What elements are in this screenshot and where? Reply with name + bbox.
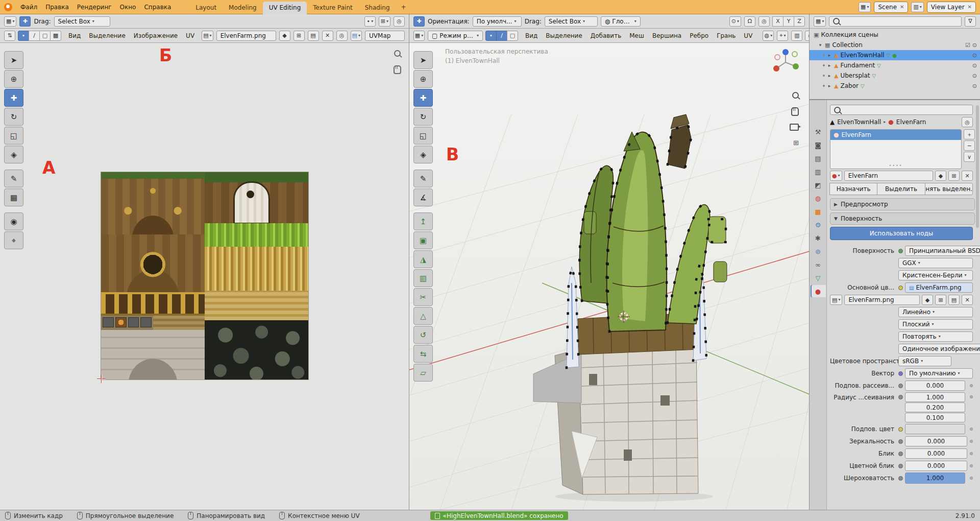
new-material-button[interactable]: ⊞ (948, 171, 960, 181)
hide-eye-icon[interactable]: ⊙ (972, 83, 977, 89)
topbar-menu-help[interactable]: Справка (140, 2, 175, 12)
viewport-menu-edge[interactable]: Ребро (685, 31, 713, 41)
breadcrumb-object[interactable]: ElvenTownHall (837, 119, 881, 126)
viewport-tool-extrude[interactable]: ↥ (413, 212, 433, 230)
material-slot-list[interactable]: ● ElvenFarn •••• (830, 129, 962, 169)
uv-2d-cursor[interactable] (97, 374, 106, 383)
fake-user-button[interactable]: ◆ (279, 31, 290, 41)
subsurface-color-swatch[interactable] (905, 424, 965, 434)
xray-toggle[interactable]: ▥ (791, 31, 802, 41)
uv-tool-transform[interactable]: ◈ (4, 146, 23, 163)
image-name-field[interactable]: ElvenFarm.png (844, 295, 920, 305)
viewport-tool-annotate[interactable]: ✎ (413, 170, 433, 187)
topbar-menu-window[interactable]: Окно (116, 2, 140, 12)
outliner-row-object[interactable]: ▸ ▲ Ubersplat ▽ ⊙ (810, 70, 980, 81)
uv-select-edge-button[interactable]: ∕ (29, 31, 40, 41)
properties-scrollbar[interactable] (976, 105, 979, 228)
viewport-tool-shear[interactable]: ▱ (413, 364, 433, 382)
workspace-tab-modeling[interactable]: Modeling (223, 2, 263, 14)
pin-icon[interactable]: ◎ (962, 117, 973, 127)
uv-tool-tweak[interactable]: ➤ (4, 51, 23, 69)
uv-select-vertex-button[interactable]: ∙ (18, 31, 29, 41)
uv-tool-scale[interactable]: ◱ (4, 127, 23, 145)
unlink-image-button[interactable]: ✕ (962, 295, 973, 305)
hide-eye-icon[interactable]: ⊙ (972, 52, 977, 59)
outliner-row-object[interactable]: ▸ ▲ Fundament ▽ ⊙ (810, 60, 980, 70)
fake-user-button[interactable]: ◆ (935, 171, 946, 181)
viewport-tool-measure[interactable]: ∡ (413, 188, 433, 206)
pan-hand-icon[interactable] (394, 65, 401, 76)
hide-eye-icon[interactable]: ⊙ (972, 42, 977, 49)
workspace-tab-layout[interactable]: Layout (189, 2, 223, 14)
topbar-menu-file[interactable]: Файл (16, 2, 41, 12)
properties-tab-object[interactable]: ■ (811, 205, 826, 218)
orientation-dropdown[interactable]: По умолч...▾ (473, 16, 522, 27)
disclosure-triangle-icon[interactable]: ▸ (827, 53, 832, 58)
viewport-tool-bevel[interactable]: ◮ (413, 250, 433, 268)
viewport-tool-cursor[interactable]: ⊕ (413, 70, 433, 88)
uvmap-field[interactable]: UVMap (365, 31, 405, 41)
open-image-button[interactable]: ▤ (948, 295, 960, 305)
add-slot-button[interactable]: ＋ (964, 129, 975, 139)
properties-tab-tool[interactable]: ⚒ (811, 126, 826, 138)
uv-snap-dropdown[interactable]: ⊞ ▾ (379, 16, 390, 27)
material-name-field[interactable]: ElvenFarn (844, 171, 933, 181)
uv-tool-move[interactable]: ✚ (4, 89, 23, 107)
workspace-tab-texture-paint[interactable]: Texture Paint (307, 2, 358, 14)
zoom-icon[interactable] (792, 92, 799, 100)
viewport-tool-inset-faces[interactable]: ▣ (413, 231, 433, 249)
wireframe-shading-button[interactable]: ○ (805, 31, 809, 41)
subsurface-value-field[interactable]: 0.000 (905, 381, 965, 391)
snap-target-dropdown[interactable]: ◍ Глоба...▾ (601, 16, 641, 27)
zoom-icon[interactable] (394, 50, 401, 58)
uv-tool-relax[interactable]: ⌖ (4, 231, 23, 249)
uv-menu-view[interactable]: Вид (64, 31, 85, 41)
resize-grip[interactable]: •••• (830, 163, 961, 168)
uv-sync-selection-toggle[interactable]: ⇅ (4, 31, 15, 41)
outliner-row-collection[interactable]: ▾ ▦ Collection ☑ ⊙ (810, 40, 980, 50)
viewport-tool-transform[interactable]: ◈ (413, 146, 433, 163)
outliner-row-object[interactable]: ▸ ▲ Zabor ▽ ⊙ (810, 81, 980, 91)
radius-z-field[interactable]: 0.100 (905, 413, 965, 422)
surface-shader-dropdown[interactable]: Принципиальный BSDF▾ (905, 246, 980, 256)
image-browse-button[interactable]: ▤ ▾ (202, 31, 213, 41)
breadcrumb-material[interactable]: ElvenFarn (896, 119, 926, 126)
base-color-field[interactable]: ▤ ElvenFarm.png (905, 282, 973, 293)
uv-menu-image[interactable]: Изображение (130, 31, 182, 41)
uv-tool-annotate[interactable]: ✎ (4, 170, 23, 187)
viewport-tool-rotate[interactable]: ↻ (413, 108, 433, 126)
editor-type-button[interactable]: ▦ ▾ (814, 16, 826, 27)
topbar-menu-edit[interactable]: Правка (41, 2, 73, 12)
navigation-gizmo[interactable] (770, 47, 801, 78)
mode-dropdown[interactable]: ▢ Режим реда...▾ (428, 31, 483, 41)
viewport-tool-tweak[interactable]: ➤ (413, 51, 433, 69)
radius-x-field[interactable]: 1.000 (905, 392, 965, 402)
uv-menu-select[interactable]: Выделение (85, 31, 129, 41)
viewport-tool-knife[interactable]: ✂ (413, 288, 433, 306)
editor-type-button[interactable]: ▦ ▾ (413, 31, 425, 41)
overlays-dropdown[interactable]: ◍ ▾ (763, 31, 774, 41)
properties-tab-particles[interactable]: ✱ (811, 232, 826, 244)
viewport-drag-mode-dropdown[interactable]: Select Box▾ (545, 16, 598, 27)
scene-selector[interactable]: Scene ✕ (874, 2, 908, 13)
uv-drag-mode-dropdown[interactable]: Select Box▾ (54, 16, 110, 27)
colorspace-dropdown[interactable]: sRGB▾ (898, 356, 951, 366)
uv-proportional-toggle[interactable]: ◎ (394, 16, 405, 27)
workspace-tab-uv-editing[interactable]: UV Editing (263, 2, 307, 14)
disclosure-triangle-icon[interactable]: ▾ (818, 42, 823, 48)
viewport-menu-vertex[interactable]: Вершина (648, 31, 685, 41)
gizmos-dropdown[interactable]: ⌖ ▾ (777, 31, 788, 41)
distribution-dropdown[interactable]: GGX▾ (898, 258, 973, 268)
uv-tool-grab[interactable]: ◉ (4, 212, 23, 230)
outliner-search-input[interactable] (829, 16, 962, 27)
viewport-tool-edge-slide[interactable]: ⇆ (413, 345, 433, 363)
viewport-menu-add[interactable]: Добавить (586, 31, 625, 41)
viewport-tool-loop-cut[interactable]: ▥ (413, 269, 433, 287)
properties-tab-scene[interactable]: ◩ (811, 179, 826, 191)
new-image-button[interactable]: ⊞ (935, 295, 946, 305)
uv-menu-uv[interactable]: UV (182, 31, 199, 41)
action-button-select[interactable]: Выделить (877, 183, 925, 195)
image-browse-button[interactable]: ▤ ▾ (830, 295, 842, 305)
properties-tab-modifiers[interactable]: ⚙ (811, 219, 826, 231)
roughness-slider[interactable]: 1.000 (905, 472, 965, 484)
